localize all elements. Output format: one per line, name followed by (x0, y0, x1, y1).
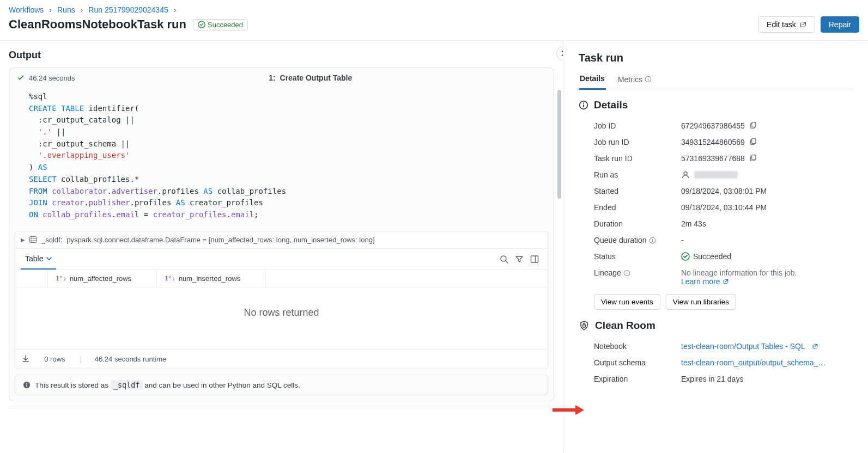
collapse-sidebar-button[interactable] (556, 46, 563, 60)
external-link-icon (799, 21, 807, 28)
download-icon[interactable] (22, 355, 29, 363)
output-schema-link[interactable]: test-clean-room_output/output_schema_… (681, 358, 825, 367)
numeric-type-icon: 1²₃ (56, 275, 66, 282)
clean-room-heading: Clean Room (595, 320, 655, 332)
code-id: creator_profiles (153, 210, 227, 219)
code-text: = (139, 210, 153, 219)
notebook-cell: 46.24 seconds 1: Create Output Table %sq… (9, 68, 554, 401)
code-id: creator (52, 198, 84, 207)
edit-task-label: Edit task (767, 20, 796, 29)
code-kw: SELECT (29, 175, 57, 183)
copy-icon[interactable] (749, 122, 757, 130)
code-text: creator_profiles (185, 198, 263, 207)
caret-right-icon: ▶ (21, 237, 25, 243)
code-kw: AS (176, 198, 185, 207)
info-icon[interactable] (649, 237, 656, 244)
cell-duration: 46.24 seconds (29, 74, 75, 82)
search-icon[interactable] (496, 252, 512, 267)
chevron-right-icon: › (81, 5, 83, 14)
panel-icon[interactable] (527, 252, 542, 267)
code-id: collab_profiles (43, 210, 111, 219)
code-text: collab_profiles.* (57, 175, 139, 183)
run-as-redacted (694, 171, 738, 179)
info-icon (579, 100, 588, 110)
svg-point-10 (26, 383, 27, 384)
code-str: '.' (38, 127, 52, 136)
row-count: 0 rows (44, 355, 65, 363)
code-id: email (116, 210, 139, 219)
tab-table[interactable]: Table (21, 249, 56, 270)
kv-label: Job ID (594, 121, 681, 130)
code-id: advertiser (112, 187, 157, 195)
duration-value: 2m 43s (681, 219, 855, 228)
info-pre: This result is stored as (35, 381, 111, 389)
code-id: email (231, 210, 254, 219)
code-text: .profiles (157, 187, 203, 195)
sqldf-var: _sqldf: (41, 236, 62, 244)
learn-more-link[interactable]: Learn more (681, 277, 729, 286)
copy-icon[interactable] (749, 138, 757, 146)
kv-label: Expiration (594, 375, 681, 383)
svg-rect-23 (752, 155, 756, 160)
kv-label: Lineage (594, 268, 681, 277)
code-text: . (107, 187, 111, 195)
runtime-text: 46.24 seconds runtime (95, 355, 167, 363)
svg-rect-31 (627, 272, 627, 274)
edit-task-button[interactable]: Edit task (758, 16, 815, 33)
code-str: '.overlapping_users' (38, 151, 130, 160)
code-id: publisher (89, 198, 130, 207)
tab-details[interactable]: Details (579, 70, 606, 90)
breadcrumb-run[interactable]: Run 251799029024345 (88, 5, 168, 14)
info-icon (645, 76, 652, 83)
svg-point-13 (648, 77, 648, 78)
external-link-icon (723, 278, 729, 285)
code-text: || (52, 127, 65, 136)
kv-label: Task run ID (594, 154, 681, 163)
cell-index: 1: (269, 74, 275, 82)
queue-value: - (681, 236, 855, 244)
external-link-icon (812, 343, 818, 350)
chevron-right-icon (560, 50, 563, 57)
tab-metrics[interactable]: Metrics (617, 70, 653, 90)
started-value: 09/18/2024, 03:08:01 PM (681, 187, 855, 195)
job-run-id-value: 349315244860569 (681, 138, 745, 146)
status-badge: Succeeded (193, 19, 248, 30)
notebook-link[interactable]: test-clean-room/Output Tables - SQL (681, 342, 818, 351)
filter-icon[interactable] (512, 252, 527, 267)
code-line: :cr_output_schema || (29, 139, 130, 148)
breadcrumb-workflows[interactable]: Workflows (9, 5, 44, 14)
chevron-right-icon: › (49, 5, 52, 14)
svg-rect-19 (752, 123, 756, 127)
breadcrumb-runs[interactable]: Runs (57, 5, 75, 14)
view-run-libraries-button[interactable]: View run libraries (666, 294, 736, 310)
kv-label: Ended (594, 203, 681, 212)
expiration-value: Expires in 21 days (681, 375, 855, 383)
code-line: :cr_output_catalog || (29, 115, 135, 124)
scrollbar-thumb[interactable] (557, 90, 561, 199)
dataframe-icon (29, 236, 37, 243)
repair-button[interactable]: Repair (821, 16, 859, 33)
kv-label: Status (594, 252, 681, 261)
divider: | (80, 355, 82, 363)
sqldf-summary[interactable]: ▶ _sqldf: pyspark.sql.connect.dataframe.… (15, 231, 548, 249)
column-header[interactable]: 1²₃ num_affected_rows (48, 270, 157, 287)
kv-label: Job run ID (594, 138, 681, 146)
job-id-value: 672949637986455 (681, 121, 745, 130)
copy-icon[interactable] (749, 155, 757, 162)
info-icon[interactable] (623, 270, 630, 277)
table-header: 1²₃ num_affected_rows 1²₃ num_inserted_r… (15, 270, 548, 287)
svg-rect-17 (583, 105, 584, 108)
info-icon (23, 381, 31, 389)
view-run-events-button[interactable]: View run events (594, 294, 660, 310)
breadcrumb: Workflows › Runs › Run 251799029024345 › (0, 0, 868, 14)
check-circle-icon (681, 252, 690, 261)
check-circle-icon (198, 21, 205, 28)
kv-label: Notebook (594, 342, 681, 351)
kv-label: Run as (594, 170, 681, 179)
kv-label: Duration (594, 219, 681, 228)
svg-rect-21 (752, 139, 756, 144)
code-text: .profiles (130, 198, 175, 207)
column-header[interactable]: 1²₃ num_inserted_rows (157, 270, 266, 287)
user-icon (681, 170, 690, 179)
tab-metrics-label: Metrics (618, 75, 642, 84)
